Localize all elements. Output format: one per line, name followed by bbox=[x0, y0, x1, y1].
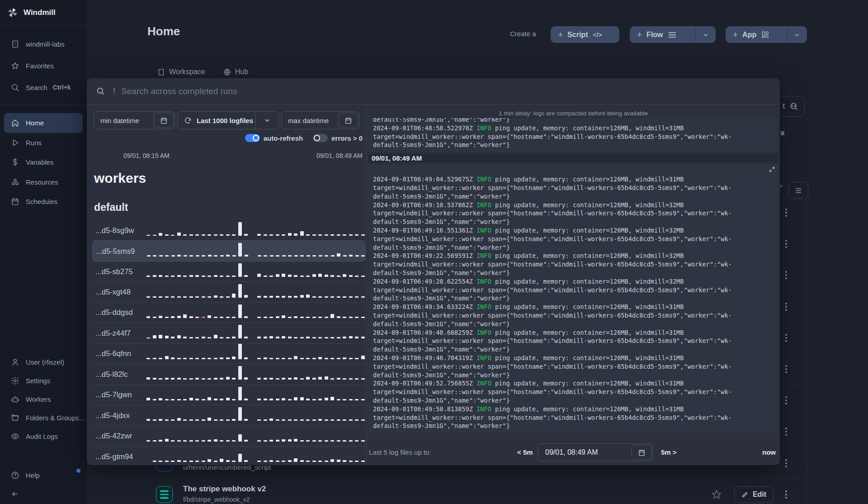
search-placeholder: Search across completed runs bbox=[121, 86, 237, 96]
sidebar-item-variables[interactable]: Variables bbox=[0, 152, 87, 172]
sidebar-item-label: Variables bbox=[26, 158, 53, 166]
flow-icon bbox=[156, 486, 173, 503]
worker-row[interactable]: ...d5-l82lc bbox=[92, 364, 365, 385]
worker-row[interactable]: ...d5-4jdxx bbox=[92, 405, 365, 426]
worker-row[interactable]: ...d5-6qfnn bbox=[92, 344, 365, 364]
item-title[interactable]: The stripe webhook v2 bbox=[183, 485, 266, 494]
sidebar-item-user[interactable]: User (rfiszel) bbox=[0, 353, 87, 371]
search-prefix: ! bbox=[113, 86, 115, 96]
kebab-menu-icon[interactable] bbox=[785, 396, 787, 404]
log-date-separator: 09/01, 08:49 AM bbox=[368, 154, 778, 162]
expand-icon[interactable] bbox=[769, 166, 775, 172]
worker-row[interactable]: ...d5-5sms9 bbox=[92, 241, 365, 261]
log-footer-label: Last 5 log files up to: bbox=[369, 448, 431, 456]
kebab-menu-icon[interactable] bbox=[785, 459, 787, 467]
worker-name: ...d5-7lgwn bbox=[92, 390, 146, 399]
sidebar-item-label: Resources bbox=[26, 178, 58, 186]
eye-icon bbox=[10, 432, 19, 441]
sidebar-item-label: Audit Logs bbox=[26, 433, 58, 440]
logfiles-dropdown[interactable]: Last 1000 logfiles bbox=[177, 111, 279, 129]
worker-row[interactable]: ...d5-z44f7 bbox=[92, 323, 365, 343]
worker-group-heading: default bbox=[94, 201, 128, 214]
menu-icon bbox=[668, 32, 676, 38]
kebab-menu-icon[interactable] bbox=[785, 334, 787, 342]
errors-toggle[interactable] bbox=[313, 134, 328, 142]
sidebar-item-runs[interactable]: Runs bbox=[0, 133, 87, 153]
play-icon bbox=[11, 138, 19, 147]
sidebar-item-search[interactable]: SearchCtrl+k bbox=[0, 76, 87, 98]
sidebar-item-schedules[interactable]: Schedules bbox=[0, 192, 87, 212]
kebab-menu-icon[interactable] bbox=[785, 428, 787, 436]
favorite-star-icon[interactable] bbox=[711, 489, 722, 500]
auto-refresh-toggle[interactable] bbox=[245, 134, 260, 142]
kebab-menu-icon[interactable] bbox=[785, 490, 787, 499]
sidebar-item-resources[interactable]: Resources bbox=[0, 172, 87, 192]
create-flow-button[interactable]: +Flow bbox=[630, 26, 716, 43]
now-button[interactable]: now bbox=[762, 448, 776, 456]
tab-label: Hub bbox=[235, 68, 248, 76]
forward-5m-button[interactable]: 5m > bbox=[661, 448, 677, 456]
calendar-icon[interactable] bbox=[154, 113, 174, 128]
divider bbox=[366, 105, 367, 465]
auto-refresh-label: auto-refresh bbox=[264, 134, 303, 142]
activity-sparkline bbox=[146, 366, 365, 382]
kebab-menu-icon[interactable] bbox=[785, 271, 787, 279]
calendar-icon bbox=[11, 197, 19, 206]
table-row[interactable]: The stripe webhook v2f/bd/stripe_webhook… bbox=[87, 479, 807, 504]
chevron-down-icon[interactable] bbox=[255, 112, 278, 129]
sidebar-item-folders[interactable]: Folders & Groups... bbox=[0, 409, 87, 427]
create-script-button[interactable]: +Script</> bbox=[551, 26, 619, 43]
sidebar-item-label: Schedules bbox=[26, 198, 57, 205]
worker-row[interactable]: ...d5-xgt48 bbox=[92, 282, 365, 302]
collapse-sidebar-button[interactable] bbox=[0, 487, 26, 501]
runs-search-bar[interactable]: ! Search across completed runs bbox=[87, 78, 780, 105]
gear-icon bbox=[11, 376, 19, 385]
sidebar-item-workers[interactable]: Workers bbox=[0, 390, 87, 409]
logfiles-label: Last 1000 logfiles bbox=[197, 117, 253, 124]
calendar-icon[interactable] bbox=[338, 113, 358, 128]
button-label: App bbox=[742, 31, 756, 39]
max-datetime-input[interactable]: max datetime bbox=[281, 111, 359, 129]
plus-icon: + bbox=[637, 30, 642, 40]
sidebar-item-settings[interactable]: Settings bbox=[0, 371, 87, 390]
worker-name: ...d5-ddgsd bbox=[92, 308, 146, 317]
back-5m-button[interactable]: < 5m bbox=[517, 448, 533, 456]
activity-sparkline bbox=[146, 325, 365, 341]
edit-button[interactable]: Edit bbox=[734, 486, 774, 503]
sidebar-item-audit[interactable]: Audit Logs bbox=[0, 427, 87, 446]
sidebar-item-label: Home bbox=[26, 119, 44, 127]
help-icon bbox=[10, 471, 19, 480]
worker-row[interactable]: ...d5-sb275 bbox=[92, 262, 365, 282]
chevron-down-icon[interactable] bbox=[695, 26, 716, 43]
grid-icon bbox=[761, 31, 769, 38]
worker-row[interactable]: ...d5-42zwr bbox=[92, 426, 365, 446]
worker-name: ...d5-sb275 bbox=[92, 267, 146, 276]
min-datetime-label: min datetime bbox=[94, 117, 139, 124]
worker-row[interactable]: ...d5-gtm94 bbox=[92, 447, 365, 465]
sidebar-item-workspace[interactable]: windmill-labs bbox=[0, 33, 87, 55]
worker-row[interactable]: ...d5-8sg9w bbox=[92, 220, 365, 241]
tab-hub[interactable]: Hub bbox=[223, 68, 248, 76]
kebab-menu-icon[interactable] bbox=[785, 240, 787, 248]
sidebar-item-home[interactable]: Home bbox=[4, 113, 83, 133]
kebab-menu-icon[interactable] bbox=[785, 209, 787, 217]
log-delay-notice: 1 min delay: logs are compacted before b… bbox=[367, 110, 780, 117]
play-icon bbox=[10, 138, 19, 147]
worker-row[interactable]: ...d5-7lgwn bbox=[92, 385, 365, 405]
log-datetime-input[interactable]: 09/01, 08:49 AM bbox=[538, 443, 653, 461]
refresh-icon bbox=[184, 117, 192, 124]
worker-row[interactable]: ...d5-ddgsd bbox=[92, 303, 365, 323]
log-viewer[interactable]: default-5sms9-Jmn1G","name":"worker"}202… bbox=[368, 118, 778, 436]
code-icon: </> bbox=[593, 31, 602, 38]
chevron-down-icon[interactable] bbox=[787, 26, 807, 43]
app-logo[interactable]: Windmill bbox=[0, 0, 87, 26]
tab-workspace[interactable]: Workspace bbox=[157, 68, 205, 76]
sidebar-item-help[interactable]: Help bbox=[0, 466, 87, 484]
sidebar-item-favorites[interactable]: Favorites bbox=[0, 55, 87, 76]
calendar-icon[interactable] bbox=[632, 445, 651, 460]
kebab-menu-icon[interactable] bbox=[785, 303, 787, 311]
create-app-button[interactable]: +App bbox=[726, 26, 807, 43]
plus-icon: + bbox=[733, 30, 738, 40]
min-datetime-input[interactable]: min datetime bbox=[94, 111, 175, 129]
kebab-menu-icon[interactable] bbox=[785, 365, 787, 373]
